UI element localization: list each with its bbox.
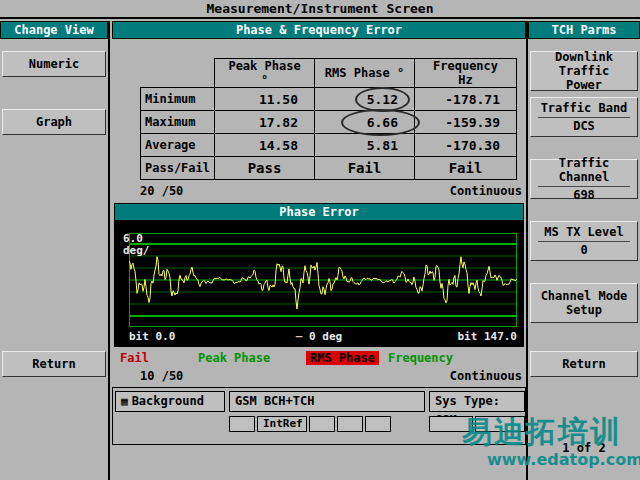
status-box-empty bbox=[337, 416, 363, 432]
watermark-url: www.edatop.com bbox=[487, 450, 640, 469]
system-status: GSM BCH+TCH bbox=[229, 391, 425, 412]
phase-error-plot: 6.0 deg/ bit 0.0 — 0 deg bit 147.0 bbox=[115, 221, 523, 346]
col-frequency: Frequency Hz bbox=[415, 59, 517, 88]
table-row-passfail: Pass/Fail Pass Fail Fail bbox=[141, 157, 517, 180]
waveform-chart bbox=[129, 233, 517, 327]
softkey-value: 0 bbox=[538, 241, 629, 257]
int-ref-status: IntRef bbox=[257, 416, 307, 432]
softkey-label: Channel Mode Setup bbox=[541, 289, 628, 317]
change-view-panel: Change View Numeric Graph Return bbox=[0, 21, 110, 480]
x-right-label: bit 147.0 bbox=[457, 330, 517, 343]
cell-min-freq: -178.71 bbox=[415, 88, 517, 111]
cell-max-freq: -159.39 bbox=[415, 111, 517, 134]
softkey-label: Return bbox=[562, 357, 605, 371]
legend-frequency: Frequency bbox=[388, 351, 453, 365]
phase-error-title: Phase Error bbox=[115, 204, 523, 221]
col-rms-phase: RMS Phase ° bbox=[315, 59, 415, 88]
background-icon: ▦ bbox=[121, 392, 128, 411]
ms-tx-level-softkey[interactable]: MS TX Level 0 bbox=[530, 221, 638, 261]
measure-counter: 20 /50 bbox=[140, 184, 183, 198]
x-left-label: bit 0.0 bbox=[129, 330, 175, 343]
softkey-label: Downlink Traffic Power bbox=[531, 50, 637, 92]
measurement-table: Peak Phase ° RMS Phase ° Frequency Hz Mi… bbox=[140, 58, 517, 180]
zero-line-marker: — bbox=[296, 330, 303, 343]
softkey-label: Traffic Channel bbox=[531, 156, 637, 184]
softkey-label: Traffic Band bbox=[541, 101, 628, 115]
downlink-traffic-power-softkey[interactable]: Downlink Traffic Power bbox=[530, 51, 638, 91]
return-softkey-left[interactable]: Return bbox=[2, 351, 106, 377]
circled-value-min-rms: 5.12 bbox=[367, 92, 398, 107]
table-corner bbox=[141, 59, 215, 88]
cell-avg-rms: 5.81 bbox=[315, 134, 415, 157]
circled-value-max-rms: 6.66 bbox=[367, 115, 398, 130]
cell-avg-freq: -170.30 bbox=[415, 134, 517, 157]
graph-softkey[interactable]: Graph bbox=[2, 109, 106, 135]
cell-max-rms: 6.66 bbox=[315, 111, 415, 134]
watermark-text: 易迪拓培训 bbox=[462, 412, 622, 453]
softkey-label: MS TX Level bbox=[544, 225, 623, 239]
row-label-minimum: Minimum bbox=[141, 88, 215, 111]
graph-trigger-mode: Continuous bbox=[450, 369, 522, 383]
cell-pf-rms: Fail bbox=[315, 157, 415, 180]
legend-peak-phase: Peak Phase bbox=[198, 351, 270, 365]
table-row-average: Average 14.58 5.81 -170.30 bbox=[141, 134, 517, 157]
table-header-row: Peak Phase ° RMS Phase ° Frequency Hz bbox=[141, 59, 517, 88]
cell-max-peak: 17.82 bbox=[215, 111, 315, 134]
graph-legend: Fail Peak Phase RMS Phase Frequency bbox=[112, 351, 526, 366]
background-button[interactable]: ▦Background bbox=[115, 391, 225, 412]
channel-mode-setup-softkey[interactable]: Channel Mode Setup bbox=[530, 283, 638, 323]
traffic-channel-softkey[interactable]: Traffic Channel 698 bbox=[530, 159, 638, 199]
zero-label: — 0 deg bbox=[296, 330, 342, 343]
phase-error-window: Phase Error 6.0 deg/ bit 0.0 bbox=[114, 203, 524, 347]
legend-rms-phase-selected: RMS Phase bbox=[306, 351, 379, 365]
row-label-average: Average bbox=[141, 134, 215, 157]
cell-pf-freq: Fail bbox=[415, 157, 517, 180]
zero-label-text: 0 deg bbox=[309, 330, 342, 343]
main-header: Phase & Frequency Error bbox=[112, 21, 526, 39]
tch-parms-header: TCH Parms bbox=[528, 21, 640, 39]
status-box-empty bbox=[229, 416, 255, 432]
trigger-mode: Continuous bbox=[450, 184, 522, 198]
status-box-empty bbox=[309, 416, 335, 432]
cell-min-peak: 11.50 bbox=[215, 88, 315, 111]
row-label-passfail: Pass/Fail bbox=[141, 157, 215, 180]
fail-status-badge: Fail bbox=[120, 351, 149, 365]
col-peak-phase: Peak Phase ° bbox=[215, 59, 315, 88]
sys-type-status: Sys Type: GSM bbox=[429, 391, 525, 412]
status-box-empty bbox=[365, 416, 391, 432]
cell-pf-peak: Pass bbox=[215, 157, 315, 180]
softkey-value: 698 bbox=[538, 186, 629, 202]
instrument-screen: Measurement/Instrument Screen Change Vie… bbox=[0, 0, 640, 480]
traffic-band-softkey[interactable]: Traffic Band DCS bbox=[530, 97, 638, 137]
screen-title: Measurement/Instrument Screen bbox=[0, 0, 640, 19]
table-row-maximum: Maximum 17.82 6.66 -159.39 bbox=[141, 111, 517, 134]
change-view-header: Change View bbox=[0, 21, 108, 39]
table-row-minimum: Minimum 11.50 5.12 -178.71 bbox=[141, 88, 517, 111]
softkey-value: DCS bbox=[538, 117, 629, 133]
row-label-maximum: Maximum bbox=[141, 111, 215, 134]
y-scale-label: 6.0 deg/ bbox=[123, 233, 150, 257]
y-scale-unit: deg/ bbox=[123, 245, 150, 257]
numeric-softkey[interactable]: Numeric bbox=[2, 51, 106, 77]
graph-counter: 10 /50 bbox=[140, 369, 183, 383]
cell-min-rms: 5.12 bbox=[315, 88, 415, 111]
background-label: Background bbox=[132, 394, 204, 408]
cell-avg-peak: 14.58 bbox=[215, 134, 315, 157]
return-softkey-right[interactable]: Return bbox=[530, 351, 638, 377]
